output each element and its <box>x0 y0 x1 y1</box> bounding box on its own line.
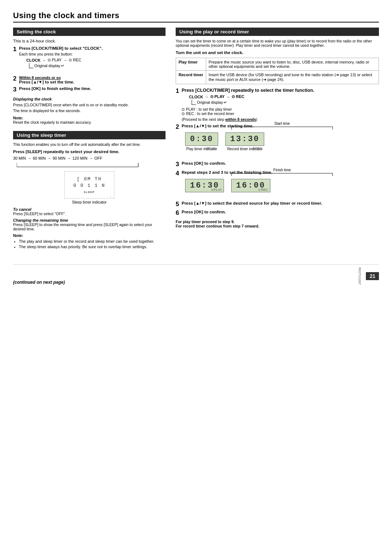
rt-seq-arrow1: → <box>205 95 209 99</box>
right-column: Using the play or record timer You can s… <box>176 28 379 235</box>
displaying-clock: Displaying the clock Press [CLOCK/TIMER]… <box>13 97 166 113</box>
rt-step1-label: Press [CLOCK/TIMER] repeatedly to select… <box>181 88 314 93</box>
rt-seq-clock: CLOCK <box>189 95 203 99</box>
play-lcd: 0:30 <box>185 132 218 146</box>
min-30: 30 MIN <box>13 156 26 160</box>
rec-line: ⊙ REC : to set the record timer <box>181 111 314 116</box>
finish-rec-box: 16:00 ⊙REC <box>231 179 270 192</box>
footer-line2: For record timer continue from step 7 on… <box>176 224 379 228</box>
rt-step2-row: 2 Press [▲/▼] to set the starting time. … <box>176 124 379 159</box>
step1-num: 1 <box>13 46 16 53</box>
sleep-timer-header: Using the sleep timer <box>13 131 166 139</box>
sleep-note-item2: The sleep timer always has priority. Be … <box>19 245 166 249</box>
page-number: 21 <box>366 272 379 280</box>
displaying-clock-text2: The time is displayed for a few seconds. <box>13 108 166 113</box>
step2-num: 2 <box>13 75 16 82</box>
rt-step3-num: 3 <box>176 161 179 168</box>
left-column: Setting the clock This is a 24-hour cloc… <box>13 28 166 255</box>
play-timer-label: Play timer <box>176 58 206 71</box>
seq-play: ⊙ PLAY <box>48 58 62 62</box>
rt-step1-row: 1 Press [CLOCK/TIMER] repeatedly to sele… <box>176 88 379 122</box>
footer-line1: For play timer proceed to step 9. <box>176 220 379 224</box>
step2-within: Within 8 seconds or so <box>19 75 74 80</box>
sleep-intro: This function enables you to turn off th… <box>13 142 166 147</box>
changing-remaining: Changing the remaining time Press [SLEEP… <box>13 218 166 231</box>
rotx-label: RIOTX1097 <box>358 267 362 285</box>
step3-row: 3 Press [OK] to finish setting the time. <box>13 86 166 93</box>
finish-rec-sub: ⊙REC <box>258 188 268 192</box>
sleep-step-label: Press [SLEEP] repeatedly to select your … <box>13 149 166 154</box>
to-cancel-text: Press [SLEEP] to select "OFF". <box>13 212 166 216</box>
lcd-bot-line: 0 0 1 1 N <box>73 183 105 189</box>
lcd-top-line: [ 0M TH <box>73 176 105 183</box>
rt-step2-label: Press [▲/▼] to set the starting time. <box>181 124 379 128</box>
loop-arrow <box>17 163 140 168</box>
rt-orig-label: Original display <box>197 100 223 104</box>
rt-seq-play: ⊙ PLAY <box>210 94 225 99</box>
step2-label: Press [▲/▼] to set the time. <box>19 80 74 84</box>
rec-lcd: 13:30 <box>225 132 264 146</box>
rt-step4-row: 4 Repeat steps 2 and 3 to set the finish… <box>176 170 379 199</box>
timer-table: Play timer Prepare the music source you … <box>176 58 379 84</box>
rt-step1-content: Press [CLOCK/TIMER] repeatedly to select… <box>181 88 314 122</box>
play-record-section: Using the play or record timer You can s… <box>176 28 379 228</box>
seq-rec: ⊙ REC <box>69 58 81 62</box>
changing-text: Press [SLEEP] to show the remaining time… <box>13 222 166 231</box>
rec-sub-label: ⊙REC <box>252 147 262 150</box>
footer-lines: For play timer proceed to step 9. For re… <box>176 220 379 228</box>
rt-step4-label: Repeat steps 2 and 3 to set the finishin… <box>181 170 379 175</box>
rt-seq-rec: ⊙ REC <box>232 94 244 99</box>
sleep-note: Note: The play and sleep timer or the re… <box>13 233 166 249</box>
displaying-clock-title: Displaying the clock <box>13 97 166 101</box>
sleep-indicator-arrow: ↑ <box>110 195 111 198</box>
sleep-note-label: Note: <box>13 233 23 238</box>
finish-play-box: 16:30 ⊙PLAY <box>185 179 224 192</box>
seq-arrow1: → <box>42 58 46 62</box>
play-line: ⊙ PLAY : to set the play timer <box>181 107 314 111</box>
min-60: 60 MIN <box>33 156 45 160</box>
step1-label: Press [CLOCK/TIMER] to select "CLOCK". <box>19 46 102 50</box>
changing-title: Changing the remaining time <box>13 218 68 222</box>
min-90: 90 MIN <box>53 156 65 160</box>
rt-step6-num: 6 <box>176 210 179 217</box>
play-record-header: Using the play or record timer <box>176 28 379 36</box>
orig-display-wrap: Original display ↵ <box>29 63 102 68</box>
proceed-text: (Proceed to the next step within 8 secon… <box>181 117 314 122</box>
rt-step5-label: Press [▲/▼] to select the desired source… <box>181 201 322 205</box>
step2-content: Within 8 seconds or so Press [▲/▼] to se… <box>19 75 74 84</box>
displaying-clock-text1: Press [CLOCK/TIMER] once when the unit i… <box>13 103 166 107</box>
sleep-lcd-diagram: [ 0M TH 0 0 1 1 N SLEEP ↑ Sleep timer in… <box>13 171 166 204</box>
sleep-note-item1: The play and sleep timer or the record a… <box>19 239 166 243</box>
min-sequence: 30 MIN → 60 MIN → 90 MIN → 120 MIN → OFF <box>13 156 166 160</box>
to-cancel-title: To cancel <box>13 207 31 212</box>
rt-orig-display: Original display ↵ <box>192 100 314 105</box>
play-timer-text: Prepare the music source you want to lis… <box>206 58 379 71</box>
rt-step4-content: Repeat steps 2 and 3 to set the finishin… <box>181 170 379 199</box>
sleep-indicator-label: Sleep timer indicator <box>13 200 166 204</box>
page-num-area: RIOTX1097 21 <box>358 267 379 285</box>
seq-arrow2: → <box>63 58 67 62</box>
rt-step2-content: Press [▲/▼] to set the starting time. St… <box>181 124 379 159</box>
play-sub-label: ⊙PLAY <box>205 147 216 150</box>
rt-step3-label: Press [OK] to confirm. <box>181 161 226 165</box>
play-timer-box: 0:30 ⊙PLAY Play timer indicator <box>185 132 218 151</box>
orig-display-label: Original display <box>34 63 60 68</box>
clock-intro: This is a 24-hour clock. <box>13 39 166 43</box>
step3-label: Press [OK] to finish setting the time. <box>19 86 91 91</box>
note-label: Note: <box>13 116 23 120</box>
clock-sequence: CLOCK → ⊙ PLAY → ⊙ REC <box>26 58 102 62</box>
rec-timer-box: 13:30 ⊙REC Record timer indicator <box>225 132 264 151</box>
min-arr4: → <box>89 156 93 160</box>
within-8: Within 8 seconds or so <box>19 75 61 80</box>
note-text: Reset the clock regularly to maintain ac… <box>13 120 166 124</box>
rt-step6-row: 6 Press [OK] to confirm. <box>176 210 379 217</box>
table-row-record: Record timer Insert the USB device (for … <box>176 71 379 84</box>
page-footer: (continued on next page) RIOTX1097 21 <box>13 264 379 285</box>
page-title: Using the clock and timers <box>13 11 379 22</box>
rt-step2-num: 2 <box>176 124 179 131</box>
rt-step5-num: 5 <box>176 201 179 208</box>
rt-step3-row: 3 Press [OK] to confirm. <box>176 161 379 168</box>
setting-clock-section: Setting the clock This is a 24-hour cloc… <box>13 28 166 124</box>
step3-num: 3 <box>13 86 16 93</box>
lcd-sleep-label: SLEEP <box>73 190 105 194</box>
